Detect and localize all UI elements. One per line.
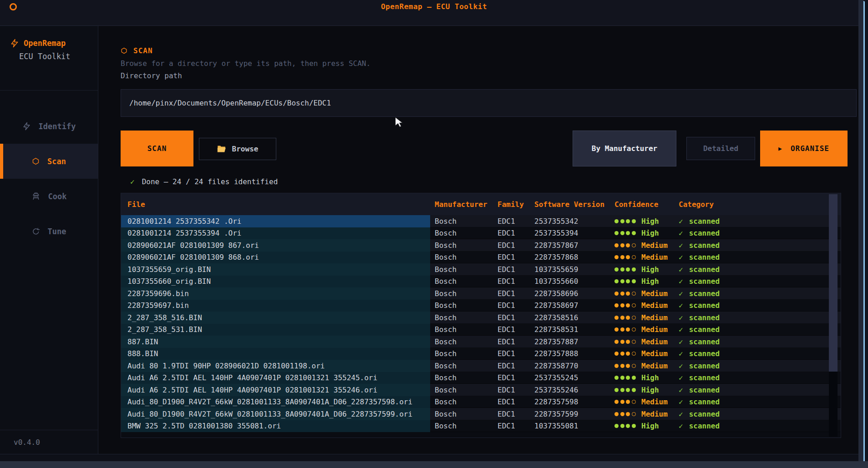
detail-mode-button[interactable]: Detailed bbox=[686, 137, 755, 160]
table-row[interactable]: 2_287_358_516.BINBoschEDC12287358516Medi… bbox=[121, 312, 841, 324]
group-mode-button[interactable]: By Manufacturer bbox=[573, 131, 676, 166]
table-row[interactable]: BMW 325 2.5TD 0281001380 355081.oriBosch… bbox=[121, 420, 841, 433]
table-row[interactable]: Audi A6 2.5TDI AEL 140HP 4A0907401P 0281… bbox=[121, 372, 841, 384]
organise-button[interactable]: ▶ ORGANISE bbox=[760, 131, 848, 166]
table-row[interactable]: Audi_80_D1900_R4V2T_66kW_0281001133_8A09… bbox=[121, 396, 841, 408]
confidence-dot bbox=[632, 267, 636, 272]
table-row[interactable]: Audi_80_D1900_R4V2T_66kW_0281001133_8A09… bbox=[121, 408, 841, 420]
confidence-label: Medium bbox=[641, 241, 668, 250]
file-name: 2_287_358_531.BIN bbox=[121, 324, 430, 336]
confidence-label: Medium bbox=[641, 325, 668, 334]
check-icon: ✓ bbox=[679, 410, 683, 418]
sidebar-item-cook[interactable]: Cook bbox=[0, 179, 98, 214]
table-row[interactable]: 2287359696.binBoschEDC12287358696Medium✓… bbox=[121, 287, 841, 300]
table-row[interactable]: 2287359697.binBoschEDC12287358697Medium✓… bbox=[121, 300, 841, 312]
confidence-dot bbox=[614, 267, 619, 272]
confidence-cell: Medium bbox=[614, 337, 679, 346]
software-version: 1037355659 bbox=[534, 265, 614, 274]
confidence-dot bbox=[632, 364, 636, 368]
check-icon: ✓ bbox=[679, 217, 683, 226]
confidence-cell: Medium bbox=[614, 398, 679, 406]
column-header-category[interactable]: Category bbox=[679, 200, 841, 209]
confidence-cell: High bbox=[614, 386, 679, 394]
confidence-dot bbox=[614, 303, 619, 307]
confidence-dot bbox=[620, 219, 624, 223]
category-cell: ✓scanned bbox=[679, 217, 841, 226]
confidence-dot bbox=[626, 255, 630, 259]
category-label: scanned bbox=[689, 313, 720, 322]
check-icon: ✓ bbox=[679, 398, 683, 406]
software-version: 2287357887 bbox=[534, 337, 614, 346]
browse-button[interactable]: Browse bbox=[199, 138, 276, 160]
software-version: 2537355394 bbox=[534, 229, 614, 237]
file-name: Audi_80_D1900_R4V2T_66kW_0281001133_8A09… bbox=[121, 396, 430, 408]
sidebar-item-label: Tune bbox=[48, 227, 66, 236]
confidence-dot bbox=[626, 316, 630, 320]
confidence-cell: Medium bbox=[614, 241, 679, 250]
window-focus-border bbox=[863, 1, 865, 461]
column-header-family[interactable]: Family bbox=[497, 200, 534, 209]
table-header: File Manufacturer Family Software Versio… bbox=[121, 193, 841, 215]
table-row[interactable]: 888.BINBoschEDC12287357888Medium✓scanned bbox=[121, 348, 841, 360]
check-icon: ✓ bbox=[679, 337, 683, 346]
category-label: scanned bbox=[689, 422, 720, 430]
file-name: BMW 325 2.5TD 0281001380 355081.ori bbox=[121, 420, 430, 433]
sidebar-item-scan[interactable]: Scan bbox=[0, 144, 98, 179]
family: EDC1 bbox=[497, 325, 534, 334]
table-row[interactable]: 0281001214 2537355394 .OriBoschEDC125373… bbox=[121, 227, 841, 240]
confidence-dot bbox=[620, 388, 624, 392]
refresh-icon bbox=[32, 227, 40, 236]
column-header-software-version[interactable]: Software Version bbox=[534, 200, 614, 209]
confidence-dot bbox=[626, 327, 630, 332]
family: EDC1 bbox=[497, 337, 534, 346]
category-label: scanned bbox=[689, 289, 720, 298]
file-name: 0281001214 2537355342 .Ori bbox=[121, 215, 430, 227]
confidence-dot bbox=[626, 364, 630, 368]
file-name: 028906021AF 0281001309 868.ori bbox=[121, 252, 430, 264]
scan-button[interactable]: SCAN bbox=[121, 131, 193, 166]
confidence-cell: Medium bbox=[614, 349, 679, 358]
confidence-dot bbox=[620, 424, 624, 428]
category-cell: ✓scanned bbox=[679, 410, 841, 418]
scrollbar-thumb[interactable] bbox=[829, 194, 838, 372]
confidence-dot bbox=[626, 400, 630, 404]
table-row[interactable]: 1037355659_orig.BINBoschEDC11037355659Hi… bbox=[121, 263, 841, 276]
table-row[interactable]: 1037355660_orig.BINBoschEDC11037355660Hi… bbox=[121, 276, 841, 288]
column-header-confidence[interactable]: Confidence bbox=[614, 200, 679, 209]
confidence-dot bbox=[614, 279, 619, 283]
column-header-file[interactable]: File bbox=[121, 200, 430, 209]
confidence-dot bbox=[626, 340, 630, 344]
sidebar-item-tune[interactable]: Tune bbox=[0, 214, 98, 249]
hexagon-icon bbox=[32, 157, 40, 165]
sidebar-item-identify[interactable]: Identify bbox=[0, 109, 98, 144]
section-header: SCAN bbox=[121, 46, 153, 55]
bolt-icon bbox=[22, 122, 31, 131]
table-row[interactable]: 2_287_358_531.BINBoschEDC12287358531Medi… bbox=[121, 324, 841, 336]
check-icon: ✓ bbox=[679, 325, 683, 334]
confidence-cell: High bbox=[614, 265, 679, 274]
table-row[interactable]: Audi 80 1.9TDI 90HP 028906021D 028100119… bbox=[121, 360, 841, 372]
confidence-label: High bbox=[641, 373, 659, 382]
brand-block: OpenRemap ECU Toolkit bbox=[0, 26, 98, 90]
confidence-dot bbox=[626, 279, 630, 283]
software-version: 2537355246 bbox=[534, 386, 614, 394]
directory-path-input[interactable] bbox=[121, 89, 857, 117]
file-name: 1037355660_orig.BIN bbox=[121, 276, 430, 288]
table-row[interactable]: 887.BINBoschEDC12287357887Medium✓scanned bbox=[121, 336, 841, 348]
bottom-bar bbox=[0, 461, 868, 468]
file-name: Audi A6 2.5TDI AEL 140HP 4A0907401P 0281… bbox=[121, 384, 430, 396]
family: EDC1 bbox=[497, 241, 534, 250]
confidence-cell: Medium bbox=[614, 313, 679, 322]
check-icon: ✓ bbox=[679, 277, 683, 286]
confidence-dot bbox=[620, 243, 624, 247]
table-row[interactable]: 028906021AF 0281001309 868.oriBoschEDC12… bbox=[121, 252, 841, 264]
table-row[interactable]: 028906021AF 0281001309 867.oriBoschEDC12… bbox=[121, 239, 841, 252]
file-name: 0281001214 2537355394 .Ori bbox=[121, 227, 430, 240]
table-row[interactable]: 0281001214 2537355342 .OriBoschEDC125373… bbox=[121, 215, 841, 227]
category-label: scanned bbox=[689, 301, 720, 310]
category-cell: ✓scanned bbox=[679, 386, 841, 394]
table-row[interactable]: Audi A6 2.5TDI AEL 140HP 4A0907401P 0281… bbox=[121, 384, 841, 396]
confidence-label: High bbox=[641, 265, 659, 274]
column-header-manufacturer[interactable]: Manufacturer bbox=[432, 200, 497, 209]
category-cell: ✓scanned bbox=[679, 301, 841, 310]
